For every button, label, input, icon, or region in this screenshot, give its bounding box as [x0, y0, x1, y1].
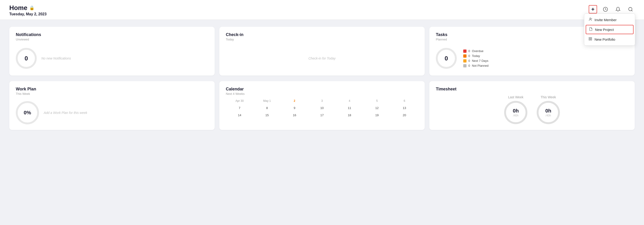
header-actions: +	[589, 4, 635, 14]
search-button[interactable]	[626, 5, 635, 14]
calendar-cell: 13	[391, 104, 418, 112]
last-week-total: /40h	[513, 114, 518, 117]
timesheet-inner: Last Week 0h /40h This Week 0h /40h	[436, 95, 628, 124]
svg-rect-8	[589, 39, 590, 40]
checkin-body: Check-in for Today	[226, 47, 418, 70]
checkin-card: Check-in Today Check-in for Today	[219, 27, 425, 76]
calendar-grid: Apr 30May 123456 78910111213141516171819…	[226, 98, 418, 119]
checkin-empty: Check-in for Today	[308, 56, 336, 60]
top-cards-row: Notifications Unviewed 0 No new Notifica…	[9, 27, 635, 76]
workplan-body: 0% Add a Work Plan for this week	[16, 101, 208, 124]
workplan-subtitle: This Week	[16, 92, 208, 96]
svg-rect-7	[590, 38, 592, 38]
this-week-label: This Week	[540, 95, 556, 99]
calendar-header-row: Apr 30May 123456	[226, 98, 418, 104]
page-title: Home 🔒	[9, 4, 46, 12]
dropdown-invite-member[interactable]: Invite Member	[584, 15, 635, 24]
notifications-card: Notifications Unviewed 0 No new Notifica…	[9, 27, 215, 76]
this-week-circle: 0h /40h	[537, 101, 560, 124]
dropdown-new-portfolio[interactable]: New Portfolio	[584, 35, 635, 44]
legend-item: 0 Next 7 Days	[463, 59, 488, 62]
calendar-card: Calendar Next 4 Weeks Apr 30May 123456 7…	[219, 81, 425, 130]
calendar-row: 78910111213	[226, 104, 418, 112]
calendar-cell: 7	[226, 104, 253, 112]
page-wrapper: Home 🔒 Tuesday, May 2, 2023 + In	[0, 0, 644, 225]
calendar-rows-container: 7891011121314151617181920	[226, 104, 418, 119]
notifications-subtitle: Unviewed	[16, 38, 208, 41]
last-week-label: Last Week	[508, 95, 524, 99]
legend-count: 0	[468, 54, 470, 58]
invite-member-label: Invite Member	[594, 18, 616, 22]
calendar-cell: 16	[281, 112, 308, 119]
legend-dot	[463, 54, 466, 58]
tasks-count: 0	[445, 55, 448, 62]
title-text: Home	[9, 4, 28, 12]
main-content: Notifications Unviewed 0 No new Notifica…	[0, 20, 644, 225]
dropdown-menu: Invite Member New Project New Portfolio	[584, 14, 635, 46]
calendar-cell: 15	[253, 112, 281, 119]
calendar-day-header: 5	[363, 98, 390, 104]
calendar-day-header: 4	[336, 98, 363, 104]
notifications-title: Notifications	[16, 32, 208, 37]
project-icon	[589, 27, 593, 32]
person-icon	[588, 18, 592, 22]
workplan-circle: 0%	[16, 101, 39, 124]
portfolio-icon	[588, 37, 592, 42]
workplan-card: Work Plan This Week 0% Add a Work Plan f…	[9, 81, 215, 130]
legend-dot	[463, 64, 466, 68]
calendar-day-header: 2	[281, 98, 308, 104]
calendar-cell: 19	[363, 112, 390, 119]
tasks-body: 0 0 Overdue 0 Today 0 Next 7 Days 0 Not …	[436, 47, 628, 70]
legend-count: 0	[468, 59, 470, 62]
dropdown-new-project[interactable]: New Project	[586, 25, 634, 34]
this-week-total: /40h	[546, 114, 551, 117]
header: Home 🔒 Tuesday, May 2, 2023 + In	[0, 0, 644, 20]
timesheet-card: Timesheet Last Week 0h /40h This Week 0h	[429, 81, 635, 130]
add-button[interactable]: +	[589, 5, 597, 14]
legend-item: 0 Not Planned	[463, 64, 488, 68]
header-date: Tuesday, May 2, 2023	[9, 12, 46, 16]
notifications-body: 0 No new Notifications	[16, 47, 208, 70]
workplan-empty: Add a Work Plan for this week	[44, 111, 87, 114]
legend-dot	[463, 50, 466, 53]
calendar-subtitle: Next 4 Weeks	[226, 92, 418, 96]
bell-button[interactable]	[614, 5, 622, 14]
notifications-circle: 0	[16, 48, 37, 69]
svg-rect-9	[590, 39, 592, 40]
legend-label: Overdue	[472, 49, 484, 53]
last-week-circle: 0h /40h	[504, 101, 527, 124]
calendar-cell: 9	[281, 104, 308, 112]
calendar-title: Calendar	[226, 87, 418, 92]
timesheet-last-week: Last Week 0h /40h	[504, 95, 527, 124]
calendar-cell: 8	[253, 104, 281, 112]
legend-item: 0 Overdue	[463, 49, 488, 53]
svg-point-1	[629, 8, 632, 11]
svg-point-3	[590, 18, 591, 19]
notifications-empty: No new Notifications	[41, 56, 71, 60]
timesheet-this-week: This Week 0h /40h	[537, 95, 560, 124]
svg-line-2	[632, 10, 632, 11]
workplan-percent: 0%	[24, 110, 31, 116]
legend-label: Next 7 Days	[472, 59, 488, 62]
checkin-subtitle: Today	[226, 38, 418, 41]
calendar-day-header: May 1	[253, 98, 281, 104]
legend-label: Not Planned	[472, 64, 488, 68]
tasks-legend: 0 Overdue 0 Today 0 Next 7 Days 0 Not Pl…	[463, 49, 488, 68]
calendar-day-header: 6	[391, 98, 418, 104]
lock-icon: 🔒	[29, 5, 34, 10]
clock-button[interactable]	[601, 5, 610, 14]
timesheet-title: Timesheet	[436, 87, 628, 92]
tasks-circle: 0	[436, 48, 457, 69]
calendar-cell: 14	[226, 112, 253, 119]
calendar-row: 14151617181920	[226, 112, 418, 119]
calendar-cell: 10	[308, 104, 336, 112]
calendar-cell: 11	[336, 104, 363, 112]
last-week-hours: 0h	[513, 108, 519, 114]
legend-dot	[463, 59, 466, 62]
legend-count: 0	[468, 64, 470, 68]
calendar-cell: 18	[336, 112, 363, 119]
svg-rect-6	[589, 38, 590, 38]
calendar-day-header: 3	[308, 98, 336, 104]
new-portfolio-label: New Portfolio	[594, 38, 615, 41]
workplan-title: Work Plan	[16, 87, 208, 92]
